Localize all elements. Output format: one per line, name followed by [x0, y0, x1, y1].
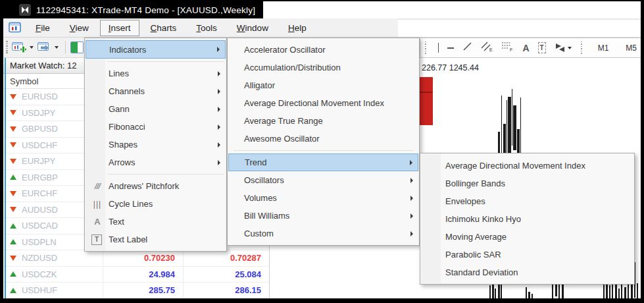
- menu-item-label: Accelerator Oscillator: [244, 45, 326, 55]
- svg-text:F: F: [510, 47, 512, 52]
- candlestick: [532, 294, 533, 298]
- menu-bar: FileViewInsertChartsToolsWindowHelp: [3, 18, 398, 38]
- title-bar[interactable]: 1122945341: XTrade-MT4 Demo - [XAUUSD.,W…: [3, 1, 263, 18]
- menu-item-label: Lines: [109, 69, 129, 78]
- toolbar-standard: [3, 38, 84, 58]
- trend-menu-item[interactable]: Standard Deviation: [420, 263, 634, 281]
- trend-menu-item[interactable]: Average Directional Movement Index: [420, 157, 634, 175]
- insert-menu-item[interactable]: Indicators: [86, 40, 226, 59]
- trendline-tool-icon[interactable]: [462, 41, 472, 54]
- menubar-item[interactable]: Insert: [100, 20, 139, 36]
- menubar-item[interactable]: View: [61, 20, 97, 36]
- chart-quote-readout: 226.77 1245.44: [422, 63, 479, 72]
- insert-menu-item[interactable]: Gann: [85, 100, 226, 118]
- menu-item-label: Text: [109, 217, 124, 227]
- menu-item-label: Standard Deviation: [445, 267, 518, 277]
- vertical-line-tool-icon[interactable]: [438, 43, 439, 53]
- indicators-menu-item[interactable]: Average Directional Movement Index: [228, 94, 419, 112]
- profiles-button[interactable]: [37, 40, 59, 55]
- candlestick: [624, 287, 626, 298]
- menu-item-icon: [89, 199, 105, 209]
- menubar-item[interactable]: File: [27, 20, 59, 36]
- toolbar-grip[interactable]: [6, 41, 8, 54]
- menu-item-label: Text Label: [109, 234, 147, 244]
- insert-menu-item[interactable]: Text: [85, 213, 226, 231]
- toolbar-grip[interactable]: [425, 41, 426, 55]
- submenu-arrow-icon: [218, 71, 220, 76]
- arrows-tool-button[interactable]: [555, 43, 572, 53]
- trend-menu-item[interactable]: Moving Average: [420, 228, 634, 246]
- market-watch-row[interactable]: USDHUF 285.75 286.15: [3, 283, 269, 298]
- symbol-name: USDHUF: [22, 285, 57, 295]
- menu-item-label: Fibonacci: [109, 122, 145, 132]
- fibonacci-tool-icon[interactable]: F: [501, 41, 514, 55]
- menubar-item[interactable]: Charts: [142, 20, 186, 36]
- trend-menu-item[interactable]: Parabolic SAR: [420, 246, 634, 263]
- symbol-name: USDCAD: [22, 221, 58, 231]
- timeframe-button[interactable]: M1: [594, 41, 613, 55]
- insert-menu-item[interactable]: Arrows: [85, 153, 226, 171]
- candlestick: [489, 285, 491, 298]
- price-direction-icon: [10, 191, 16, 196]
- candlestick: [609, 285, 610, 298]
- insert-menu-item[interactable]: Text Label: [85, 231, 226, 248]
- insert-menu-item[interactable]: Channels: [85, 82, 226, 100]
- indicators-menu-item[interactable]: Alligator: [228, 76, 419, 94]
- insert-menu-item[interactable]: Fibonacci: [85, 118, 226, 136]
- candlestick: [558, 284, 560, 298]
- symbol-name: USDJPY: [22, 108, 55, 118]
- insert-menu: Indicators Lines Channels Gann Fibonacci: [84, 38, 227, 252]
- menubar-item[interactable]: Tools: [187, 20, 226, 36]
- menubar-item[interactable]: Window: [228, 20, 277, 36]
- menu-item-label: Envelopes: [445, 196, 485, 206]
- menu-item-label: Moving Average: [445, 232, 507, 242]
- indicators-menu-item[interactable]: Oscillators: [228, 171, 419, 189]
- price-direction-icon: [10, 239, 16, 244]
- submenu-arrow-icon: [410, 213, 413, 219]
- toolbar-grip[interactable]: [581, 41, 582, 55]
- candlestick: [512, 89, 512, 146]
- indicators-menu-item[interactable]: Average True Range: [228, 112, 419, 130]
- market-watch-row[interactable]: NZDUSD 0.70230 0.70287: [3, 250, 269, 267]
- menu-item-label: Alligator: [244, 80, 275, 90]
- dropdown-caret-icon: [55, 46, 59, 49]
- indicators-menu-item[interactable]: Accelerator Oscillator: [228, 41, 419, 59]
- indicators-menu-item[interactable]: Accumulation/Distribution: [228, 59, 419, 76]
- menubar-item[interactable]: Help: [280, 20, 315, 36]
- text-label-tool-icon[interactable]: T: [538, 42, 546, 53]
- submenu-arrow-icon: [218, 142, 220, 148]
- insert-menu-item[interactable]: Lines: [85, 65, 226, 82]
- timeframe-button[interactable]: M5: [622, 41, 641, 55]
- new-chart-button[interactable]: [11, 40, 34, 55]
- menu-item-label: Shapes: [109, 140, 137, 150]
- trend-menu-item[interactable]: Ichimoku Kinko Hyo: [420, 210, 634, 228]
- profiles-icon: [37, 41, 53, 54]
- menu-item-label: Bill Williams: [244, 211, 289, 221]
- insert-menu-item[interactable]: Andrews' Pitchfork: [85, 177, 226, 195]
- indicators-menu-item[interactable]: Awesome Oscillator: [228, 130, 419, 148]
- ask-value: 286.15: [184, 283, 270, 298]
- trend-menu-item[interactable]: Bollinger Bands: [420, 175, 634, 192]
- candlestick: [418, 92, 433, 93]
- insert-menu-item[interactable]: Shapes: [85, 136, 226, 153]
- equidistant-channel-tool-icon[interactable]: E: [481, 41, 493, 55]
- indicators-menu-item[interactable]: Trend: [228, 153, 418, 171]
- market-watch-toggle-icon[interactable]: [70, 41, 84, 53]
- insert-menu-item[interactable]: Cycle Lines: [85, 195, 226, 213]
- indicators-menu-item[interactable]: Custom: [228, 225, 419, 242]
- trend-menu-item[interactable]: Envelopes: [420, 192, 634, 210]
- indicators-menu-item[interactable]: Bill Williams: [228, 207, 419, 225]
- symbol-name: NZDUSD: [22, 253, 57, 263]
- indicators-submenu: Accelerator Oscillator Accumulation/Dist…: [227, 38, 420, 246]
- price-direction-icon: [10, 126, 16, 132]
- toolbar-separator: [65, 41, 66, 54]
- text-tool-icon[interactable]: A: [522, 43, 529, 53]
- horizontal-line-tool-icon[interactable]: [447, 47, 454, 49]
- price-direction-icon: [10, 94, 16, 99]
- indicators-menu-item[interactable]: Volumes: [228, 189, 419, 207]
- market-watch-row[interactable]: USDCZK 24.984 25.084: [3, 267, 269, 283]
- ask-value: 25.084: [184, 267, 270, 283]
- menu-item-label: Awesome Oscillator: [244, 134, 320, 144]
- menu-item-label: Trend: [245, 157, 266, 167]
- submenu-arrow-icon: [218, 89, 220, 94]
